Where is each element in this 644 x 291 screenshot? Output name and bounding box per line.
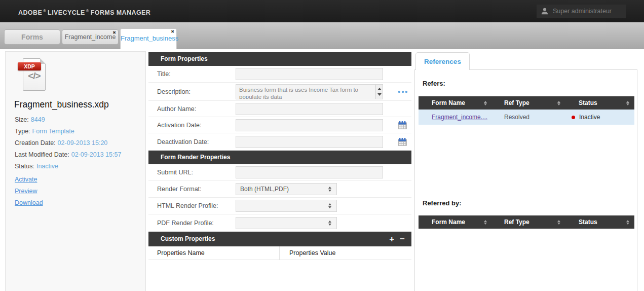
textarea-scrollbar[interactable] [375, 85, 383, 99]
referred-by-table: Form Name Ref Type Status [419, 215, 634, 229]
form-name-column-header: Form Name [419, 96, 492, 110]
title-row: Title: [148, 66, 411, 83]
sort-icon[interactable] [626, 220, 629, 225]
tab-fragment-income-label: Fragment_income [65, 33, 116, 41]
tab-fragment-business-label: Fragment_business [121, 34, 178, 42]
select-arrows-icon [328, 221, 331, 226]
submit-url-label: Submit URL: [157, 169, 193, 176]
status-cell: Inactive [565, 114, 634, 121]
tab-forms-label: Forms [21, 33, 43, 41]
submit-url-row: Submit URL: [148, 164, 411, 181]
meta-size-label: Size: [15, 116, 29, 123]
render-format-value: Both (HTML,PDF) [240, 186, 289, 193]
tab-fragment-income[interactable]: Fragment_income ✖ [62, 29, 119, 45]
refers-label: Refers: [423, 80, 445, 87]
tab-forms[interactable]: Forms [4, 29, 60, 45]
references-panel: Refers: Form Name Ref Type Status [414, 69, 637, 291]
custom-properties-header: Custom Properties + − [148, 232, 411, 246]
properties-value-column-header: Properties Value [280, 246, 336, 260]
brand-adobe: ADOBE [18, 9, 42, 16]
activation-date-input[interactable] [236, 119, 383, 131]
pdf-render-profile-select[interactable] [236, 217, 337, 229]
description-textarea[interactable]: Buisness form that is uses Income Tax fo… [236, 84, 383, 99]
main-content: </> XDP Fragment_business.xdp Size:8449 … [0, 49, 644, 291]
sort-icon[interactable] [484, 220, 487, 225]
description-label: Description: [157, 88, 191, 95]
remove-property-button[interactable]: − [400, 235, 405, 243]
table-row[interactable]: Fragment_income.... Resolved Inactive [419, 110, 634, 125]
deactivation-date-label: Deactivation Date: [157, 138, 209, 146]
xdp-badge: XDP [18, 62, 41, 70]
ref-type-cell: Resolved [492, 114, 565, 121]
submit-url-input[interactable] [236, 166, 383, 178]
file-name: Fragment_business.xdp [14, 99, 145, 110]
add-property-button[interactable]: + [389, 235, 394, 243]
refers-table: Form Name Ref Type Status Fragment_incom… [419, 96, 634, 125]
sort-icon[interactable] [484, 101, 487, 105]
title-label: Title: [157, 70, 171, 78]
meta-status-label: Status: [15, 163, 34, 170]
status-header-label: Status [579, 99, 597, 106]
file-action-links: Activate Preview Download [15, 176, 145, 206]
html-render-profile-label: HTML Render Profile: [157, 202, 218, 209]
sort-icon[interactable] [557, 101, 560, 105]
render-format-select[interactable]: Both (HTML,PDF) [236, 183, 337, 195]
close-icon[interactable]: ✖ [171, 29, 174, 34]
calendar-icon[interactable] [397, 137, 407, 147]
preview-link[interactable]: Preview [15, 188, 37, 195]
activation-date-row: Activation Date: [148, 117, 411, 133]
ref-type-column-header: Ref Type [492, 96, 565, 110]
html-render-profile-row: HTML Render Profile: [148, 198, 411, 214]
title-input[interactable] [236, 68, 383, 80]
custom-properties-actions: + − [389, 232, 405, 246]
tab-references[interactable]: References [415, 52, 470, 70]
pdf-render-profile-label: PDF Render Profile: [157, 220, 214, 227]
scroll-down-icon[interactable] [377, 93, 382, 96]
refers-table-header: Form Name Ref Type Status [419, 96, 634, 110]
form-render-properties-header: Form Render Properties [148, 151, 411, 164]
activate-link[interactable]: Activate [15, 176, 37, 183]
meta-status-value: Inactive [36, 163, 58, 170]
xdp-file-icon: </> XDP [18, 58, 46, 92]
form-properties-header: Form Properties [148, 52, 411, 66]
fragment-income-link[interactable]: Fragment_income.... [432, 114, 487, 121]
render-format-row: Render Format: Both (HTML,PDF) [148, 181, 411, 198]
meta-creation-date-value: 02-09-2013 15:20 [58, 139, 108, 147]
referred-by-table-header: Form Name Ref Type Status [419, 215, 634, 229]
meta-last-modified-value: 02-09-2013 15:57 [71, 151, 122, 158]
deactivation-date-input[interactable] [236, 136, 383, 148]
tab-fragment-business[interactable]: Fragment_business ✖ [120, 28, 177, 49]
custom-properties-title: Custom Properties [161, 235, 215, 242]
user-menu[interactable]: Super administrateur [537, 5, 626, 18]
status-column-header: Status [565, 96, 634, 110]
inactive-status-dot-icon [572, 116, 575, 119]
forms-manager-app: ADOBE®LIVECYCLE®FORMS MANAGER Super admi… [0, 0, 644, 291]
more-options-icon[interactable] [398, 91, 407, 93]
file-meta-list: Size:8449 Type:Form Template Creation Da… [15, 116, 145, 170]
ref-type-header-label: Ref Type [504, 219, 529, 226]
properties-name-column-header: Properties Name [148, 246, 280, 260]
close-icon[interactable]: ✖ [112, 30, 116, 35]
form-name-header-label: Form Name [432, 219, 465, 226]
user-icon [541, 7, 549, 15]
sort-icon[interactable] [557, 220, 560, 225]
scroll-up-icon[interactable] [377, 88, 382, 90]
render-format-label: Render Format: [157, 186, 202, 193]
calendar-icon[interactable] [397, 121, 407, 130]
author-label: Author Name: [157, 105, 196, 113]
select-arrows-icon [328, 203, 331, 208]
author-input[interactable] [236, 103, 383, 115]
download-link[interactable]: Download [15, 199, 43, 206]
tab-strip: Forms Fragment_income ✖ Fragment_busines… [0, 22, 644, 49]
meta-size: Size:8449 [15, 116, 145, 123]
sort-icon[interactable] [626, 101, 629, 105]
app-title: ADOBE®LIVECYCLE®FORMS MANAGER [18, 0, 150, 22]
select-arrows-icon [328, 187, 331, 192]
custom-properties-column-headers: Properties Name Properties Value [148, 246, 411, 260]
description-text: Buisness form that is uses Income Tax fo… [236, 85, 383, 99]
html-render-profile-select[interactable] [236, 200, 337, 212]
brand-suffix: FORMS MANAGER [91, 9, 150, 16]
properties-column: Form Properties Title: Description: Buis… [148, 52, 411, 260]
meta-type: Type:Form Template [15, 128, 145, 135]
file-detail-panel: </> XDP Fragment_business.xdp Size:8449 … [5, 51, 146, 291]
